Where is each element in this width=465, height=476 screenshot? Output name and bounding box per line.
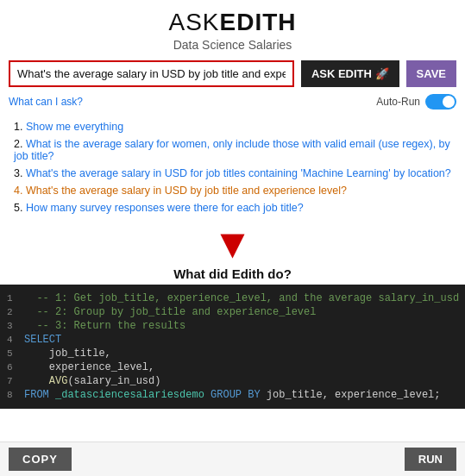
query-bar: ASK EDITH 🚀 SAVE (0, 55, 465, 92)
edith-section-label: What did Edith do? (0, 265, 465, 285)
suggestion-4[interactable]: 4. What's the average salary in USD by j… (14, 182, 451, 199)
auto-run-wrapper: Auto-Run (376, 94, 456, 110)
app-title: ASKEDITH (0, 9, 465, 36)
bottom-bar: COPY RUN (0, 442, 465, 476)
suggestion-2[interactable]: 2. What is the average salary for women,… (14, 135, 451, 165)
meta-row: What can I ask? Auto-Run (0, 92, 465, 115)
down-arrow-section: ▼ (0, 220, 465, 265)
copy-button[interactable]: COPY (9, 448, 72, 471)
code-line-2: 2 -- 2: Group by job_title and experienc… (0, 305, 465, 319)
code-line-8: 8 FROM _datasciencesalariesdemo GROUP BY… (0, 388, 465, 402)
code-line-3: 3 -- 3: Return the results (0, 319, 465, 333)
suggestion-5[interactable]: 5. How many survey responses were there … (14, 199, 451, 216)
run-button[interactable]: RUN (405, 448, 456, 471)
code-line-1: 1 -- 1: Get job_title, experience_level,… (0, 291, 465, 305)
query-input[interactable] (9, 60, 294, 87)
toggle-knob (443, 96, 455, 108)
code-line-4: 4 SELECT (0, 333, 465, 347)
save-button[interactable]: SAVE (406, 60, 456, 87)
suggestion-1[interactable]: 1. Show me everything (14, 118, 451, 135)
what-can-ask-link[interactable]: What can I ask? (9, 96, 83, 108)
code-line-6: 6 experience_level, (0, 360, 465, 374)
code-line-5: 5 job_title, (0, 347, 465, 360)
app-header: ASKEDITH Data Science Salaries (0, 0, 465, 55)
code-line-7: 7 AVG(salary_in_usd) (0, 374, 465, 388)
auto-run-toggle[interactable] (425, 94, 456, 110)
down-arrow-icon: ▼ (0, 223, 465, 265)
ask-edith-button[interactable]: ASK EDITH 🚀 (301, 60, 399, 87)
code-block: 1 -- 1: Get job_title, experience_level,… (0, 285, 465, 409)
suggestions-list: 1. Show me everything 2. What is the ave… (0, 115, 465, 220)
auto-run-label: Auto-Run (376, 96, 420, 108)
app-subtitle: Data Science Salaries (0, 38, 465, 52)
suggestion-3[interactable]: 3. What's the average salary in USD for … (14, 165, 451, 182)
